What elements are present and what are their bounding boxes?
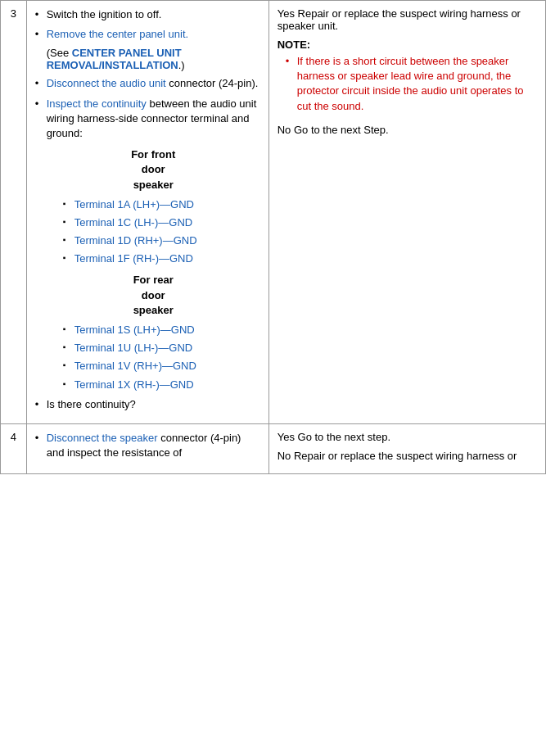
table-row-3: 3 Switch the ignition to off. Remove the… bbox=[1, 1, 546, 424]
result-cell-3: Yes Repair or replace the suspect wiring… bbox=[268, 1, 545, 424]
note-label-3: NOTE: bbox=[278, 38, 537, 51]
terminal-1c: Terminal 1C (LH-)—GND bbox=[63, 215, 260, 230]
terminal-1x: Terminal 1X (RH-)—GND bbox=[63, 378, 260, 392]
note-content-3: If there is a short circuit between the … bbox=[278, 54, 537, 114]
inspect-link[interactable]: Inspect the continuity bbox=[47, 97, 147, 110]
period-text: .) bbox=[178, 59, 185, 71]
disconnect-speaker-link[interactable]: Disconnect the speaker bbox=[47, 432, 158, 444]
result-cell-4: Yes Go to the next step. No Repair or re… bbox=[268, 423, 545, 473]
terminal-1d-text: Terminal 1D (RH+)—GND bbox=[74, 234, 197, 247]
terminal-1v-text: Terminal 1V (RH+)—GND bbox=[74, 360, 196, 372]
terminal-1s: Terminal 1S (LH+)—GND bbox=[63, 323, 260, 337]
procedure-list-3b: Disconnect the audio unit connector (24-… bbox=[35, 76, 260, 412]
result-yes-3: Yes Repair or replace the suspect wiring… bbox=[278, 7, 537, 114]
front-terminals-list: Terminal 1A (LH+)—GND Terminal 1C (LH-)—… bbox=[63, 197, 260, 267]
terminal-1a-text: Terminal 1A (LH+)—GND bbox=[74, 198, 194, 211]
procedure-list-4: Disconnect the speaker connector (4-pin)… bbox=[35, 431, 260, 460]
see-text: (See bbox=[47, 47, 72, 59]
yes-label-3: Yes bbox=[278, 7, 295, 20]
step-number-3: 3 bbox=[1, 1, 27, 424]
front-door-label: For frontdoorspeaker bbox=[47, 147, 260, 192]
procedure-cell-4: Disconnect the speaker connector (4-pin)… bbox=[26, 423, 268, 473]
remove-panel-link[interactable]: Remove the center panel unit. bbox=[47, 28, 188, 40]
result-no-4: No Repair or replace the suspect wiring … bbox=[278, 450, 537, 462]
rear-door-label: For reardoorspeaker bbox=[47, 273, 260, 318]
terminal-1v: Terminal 1V (RH+)—GND bbox=[63, 359, 260, 373]
no-label-4: No bbox=[278, 450, 291, 462]
result-yes-4: Yes Go to the next step. bbox=[278, 431, 537, 443]
disconnect-audio-link[interactable]: Disconnect the audio unit bbox=[47, 77, 166, 89]
yes-text-3: Repair or replace the suspect wiring har… bbox=[278, 7, 521, 32]
procedure-cell-3: Switch the ignition to off. Remove the c… bbox=[26, 1, 268, 424]
continuity-question: Is there continuity? bbox=[47, 398, 136, 410]
terminal-1f-text: Terminal 1F (RH-)—GND bbox=[74, 252, 193, 265]
terminal-1d: Terminal 1D (RH+)—GND bbox=[63, 233, 260, 248]
terminal-1c-text: Terminal 1C (LH-)—GND bbox=[74, 216, 192, 229]
yes-text-4: Go to the next step. bbox=[295, 431, 390, 443]
yes-label-4: Yes bbox=[278, 431, 295, 443]
terminal-1a: Terminal 1A (LH+)—GND bbox=[63, 197, 260, 212]
list-item-switch: Switch the ignition to off. bbox=[35, 7, 260, 22]
terminal-1u: Terminal 1U (LH-)—GND bbox=[63, 341, 260, 355]
terminal-1f: Terminal 1F (RH-)—GND bbox=[63, 251, 260, 266]
terminal-1x-text: Terminal 1X (RH-)—GND bbox=[74, 378, 194, 391]
procedure-list-3: Switch the ignition to off. Remove the c… bbox=[35, 7, 260, 42]
list-item-continuity-q: Is there continuity? bbox=[35, 397, 260, 412]
step-number-4: 4 bbox=[1, 423, 27, 473]
no-label-3: No bbox=[278, 124, 291, 136]
list-item-inspect: Inspect the continuity between the audio… bbox=[35, 97, 260, 392]
page-container: 3 Switch the ignition to off. Remove the… bbox=[0, 0, 546, 474]
note-text-3: If there is a short circuit between the … bbox=[297, 55, 524, 112]
note-item-3: If there is a short circuit between the … bbox=[286, 54, 537, 114]
no-text-4: Repair or replace the suspect wiring har… bbox=[291, 450, 517, 462]
switch-ignition-text: Switch the ignition to off. bbox=[47, 8, 162, 20]
result-no-3: No Go to the next Step. bbox=[278, 124, 537, 136]
list-item-disconnect-audio: Disconnect the audio unit connector (24-… bbox=[35, 76, 260, 91]
note-list-3: If there is a short circuit between the … bbox=[286, 54, 537, 114]
see-note: (See CENTER PANEL UNIT REMOVAL/INSTALLAT… bbox=[47, 47, 260, 71]
terminal-1s-text: Terminal 1S (LH+)—GND bbox=[74, 324, 195, 336]
table-row-4: 4 Disconnect the speaker connector (4-pi… bbox=[1, 423, 546, 473]
list-item-disconnect-speaker: Disconnect the speaker connector (4-pin)… bbox=[35, 431, 260, 460]
no-text-3: Go to the next Step. bbox=[291, 124, 388, 136]
terminal-1u-text: Terminal 1U (LH-)—GND bbox=[74, 342, 192, 354]
procedure-table: 3 Switch the ignition to off. Remove the… bbox=[0, 0, 546, 474]
list-item-remove-panel: Remove the center panel unit. bbox=[35, 27, 260, 42]
disconnect-audio-text: connector (24-pin). bbox=[166, 77, 259, 89]
rear-terminals-list: Terminal 1S (LH+)—GND Terminal 1U (LH-)—… bbox=[63, 323, 260, 392]
